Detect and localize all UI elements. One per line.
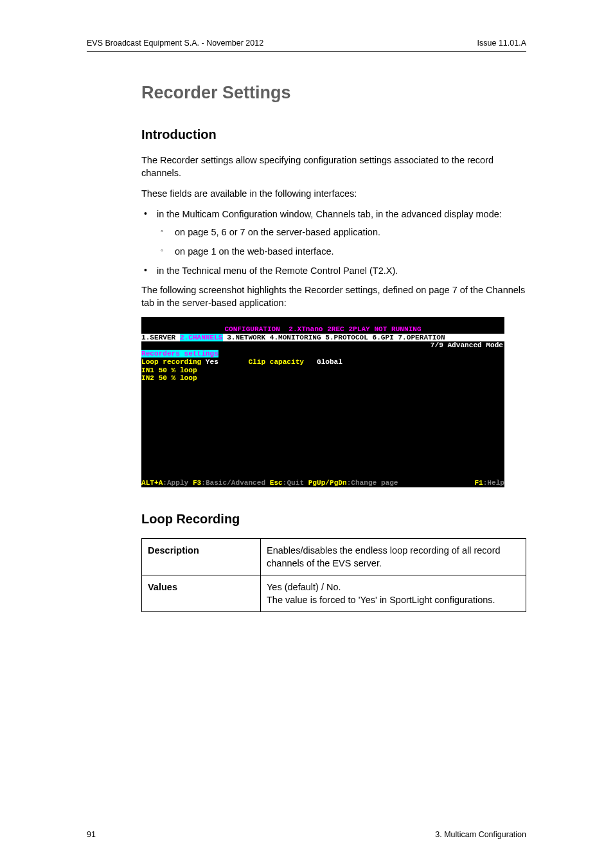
terminal-key: ALT+A bbox=[141, 479, 163, 487]
paragraph: These fields are available in the follow… bbox=[141, 187, 526, 200]
page-header: EVS Broadcast Equipment S.A. - November … bbox=[87, 39, 526, 52]
terminal-menu-left: 1.SERVER bbox=[141, 334, 180, 341]
terminal-line: IN2 50 % loop bbox=[141, 374, 504, 383]
terminal-field-value: Global bbox=[317, 358, 342, 366]
section-heading-introduction: Introduction bbox=[141, 127, 526, 142]
list-item-text: in the Multicam Configuration window, Ch… bbox=[157, 209, 502, 219]
table-cell-value: Yes (default) / No. The value is forced … bbox=[261, 575, 526, 611]
nested-bullet-list: on page 5, 6 or 7 on the server-based ap… bbox=[157, 226, 526, 258]
table-row: Values Yes (default) / No. The value is … bbox=[142, 575, 526, 611]
terminal-empty bbox=[141, 383, 504, 479]
terminal-key: F1 bbox=[474, 479, 483, 487]
page-title: Recorder Settings bbox=[141, 83, 526, 103]
terminal-key-desc: :Quit bbox=[283, 479, 308, 487]
table-cell-label: Description bbox=[142, 538, 261, 575]
terminal-field: IN2 50 % loop bbox=[141, 374, 197, 382]
terminal-key-desc: :Apply bbox=[163, 479, 193, 487]
footer-page-number: 91 bbox=[87, 830, 96, 839]
list-item-text: on page 5, 6 or 7 on the server-based ap… bbox=[175, 227, 380, 237]
header-left: EVS Broadcast Equipment S.A. - November … bbox=[87, 39, 263, 48]
terminal-field-value: Yes bbox=[201, 358, 248, 366]
paragraph: The Recorder settings allow specifying c… bbox=[141, 154, 526, 179]
terminal-page-indicator: 7/9 Advanced Mode bbox=[141, 341, 504, 350]
terminal-section-label: Recorders settings bbox=[141, 350, 218, 357]
definition-table: Description Enables/disables the endless… bbox=[141, 538, 526, 612]
terminal-footer: ALT+A:Apply F3:Basic/Advanced Esc:Quit P… bbox=[141, 479, 504, 487]
terminal-menu-right: 3.NETWORK 4.MONITORING 5.PROTOCOL 6.GPI … bbox=[223, 334, 445, 341]
content-area: Recorder Settings Introduction The Recor… bbox=[141, 83, 526, 612]
terminal-field: IN1 50 % loop bbox=[141, 366, 197, 374]
section-heading-loop-recording: Loop Recording bbox=[141, 512, 526, 527]
terminal-line: Loop recording Yes Clip capacity Global bbox=[141, 358, 504, 366]
list-item: in the Multicam Configuration window, Ch… bbox=[141, 208, 526, 258]
terminal-line: IN1 50 % loop bbox=[141, 366, 504, 375]
terminal-menu: 1.SERVER 2.CHANNELS 3.NETWORK 4.MONITORI… bbox=[141, 334, 504, 342]
list-item-text: in the Technical menu of the Remote Cont… bbox=[157, 266, 398, 276]
terminal-line: Recorders settings bbox=[141, 350, 504, 358]
bullet-list: in the Multicam Configuration window, Ch… bbox=[141, 208, 526, 277]
table-cell-value: Enables/disables the endless loop record… bbox=[261, 538, 526, 575]
terminal-key-desc: :Change page bbox=[347, 479, 398, 487]
terminal-field-label: Loop recording bbox=[141, 358, 201, 366]
footer-section: 3. Multicam Configuration bbox=[435, 830, 526, 839]
page-footer: 91 3. Multicam Configuration bbox=[87, 830, 526, 839]
terminal-key: Esc bbox=[270, 479, 283, 487]
list-item-text: on page 1 on the web-based interface. bbox=[175, 246, 333, 257]
table-row: Description Enables/disables the endless… bbox=[142, 538, 526, 575]
page: EVS Broadcast Equipment S.A. - November … bbox=[0, 0, 613, 868]
table-value-line: Yes (default) / No. bbox=[267, 582, 341, 592]
terminal-key-desc: :Help bbox=[483, 479, 504, 487]
table-cell-label: Values bbox=[142, 575, 261, 611]
header-right: Issue 11.01.A bbox=[477, 39, 526, 48]
table-value-line: The value is forced to 'Yes' in SportLig… bbox=[267, 595, 495, 605]
list-item: in the Technical menu of the Remote Cont… bbox=[141, 264, 526, 277]
terminal-menu-selected: 2.CHANNELS bbox=[180, 334, 223, 341]
terminal-title: CONFIGURATION 2.XTnano 2REC 2PLAY NOT RU… bbox=[141, 325, 504, 334]
terminal-key-desc: :Basic/Advanced bbox=[201, 479, 270, 487]
terminal-key: PgUp/PgDn bbox=[308, 479, 347, 487]
terminal-screenshot: CONFIGURATION 2.XTnano 2REC 2PLAY NOT RU… bbox=[141, 317, 504, 487]
terminal-field-label: Clip capacity bbox=[248, 358, 317, 366]
list-item: on page 1 on the web-based interface. bbox=[157, 245, 526, 258]
list-item: on page 5, 6 or 7 on the server-based ap… bbox=[157, 226, 526, 239]
terminal-key: F3 bbox=[193, 479, 201, 487]
paragraph: The following screenshot highlights the … bbox=[141, 284, 526, 309]
